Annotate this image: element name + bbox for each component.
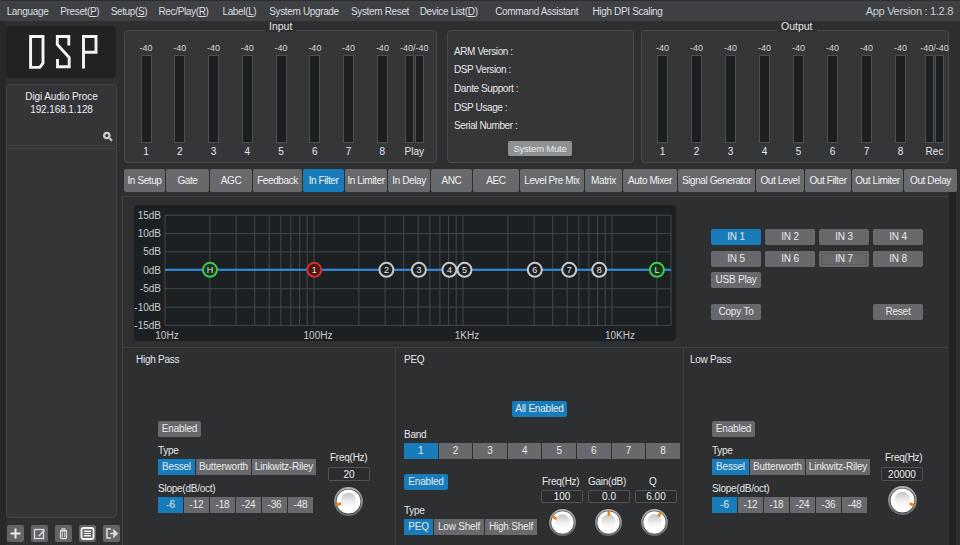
svg-text:H: H <box>207 265 214 275</box>
svg-text:5: 5 <box>462 265 467 275</box>
svg-text:L: L <box>654 265 659 275</box>
svg-text:-10dB: -10dB <box>134 302 161 313</box>
svg-text:4: 4 <box>447 265 452 275</box>
svg-text:6: 6 <box>532 265 537 275</box>
svg-text:5dB: 5dB <box>143 246 161 257</box>
svg-text:8: 8 <box>597 265 602 275</box>
svg-text:1KHz: 1KHz <box>455 330 479 341</box>
svg-text:10dB: 10dB <box>138 228 162 239</box>
svg-text:1: 1 <box>312 265 317 275</box>
svg-text:3: 3 <box>416 265 421 275</box>
svg-text:100Hz: 100Hz <box>304 330 333 341</box>
svg-text:0dB: 0dB <box>143 265 161 276</box>
svg-text:7: 7 <box>567 265 572 275</box>
svg-text:10Hz: 10Hz <box>155 330 178 341</box>
svg-text:10KHz: 10KHz <box>605 330 635 341</box>
svg-text:15dB: 15dB <box>138 210 162 221</box>
svg-text:2: 2 <box>384 265 389 275</box>
svg-text:-5dB: -5dB <box>140 283 161 294</box>
